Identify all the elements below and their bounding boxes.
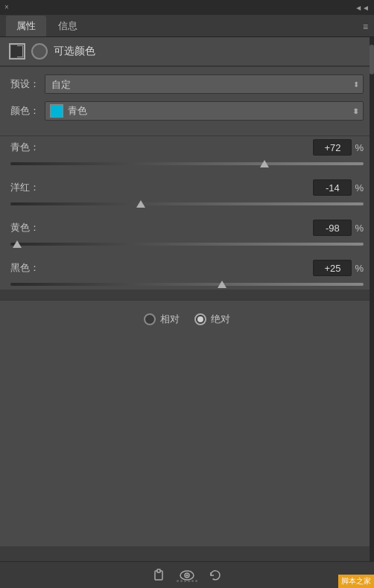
yellow-thumb[interactable]: [13, 240, 22, 248]
radio-relative-label: 相对: [160, 313, 180, 326]
radio-relative-circle[interactable]: [144, 313, 156, 325]
bottom-toolbar: [0, 561, 374, 588]
watermark: 脚本之家: [338, 575, 374, 588]
preset-select[interactable]: 自定: [45, 74, 364, 94]
mask-icon: [9, 43, 25, 60]
tab-info[interactable]: 信息: [48, 16, 88, 36]
tab-properties[interactable]: 属性: [6, 16, 46, 36]
radio-relative[interactable]: 相对: [144, 313, 180, 326]
black-thumb[interactable]: [218, 281, 226, 288]
yellow-slider[interactable]: [10, 239, 364, 249]
expand-button[interactable]: ◄◄: [355, 4, 370, 12]
cyan-slider[interactable]: [10, 159, 364, 169]
magenta-slider-row: 洋红： -14 %: [10, 179, 364, 209]
adjustment-icon: [31, 43, 48, 60]
title-bar: × ◄◄: [0, 0, 374, 15]
yellow-value[interactable]: -98: [313, 220, 352, 236]
color-label: 颜色：: [10, 104, 40, 118]
scrollbar[interactable]: [370, 37, 374, 561]
black-value[interactable]: +25: [313, 260, 352, 276]
color-select-wrapper[interactable]: 青色 ⬍: [45, 101, 364, 121]
magenta-thumb[interactable]: [136, 200, 145, 208]
tab-menu-button[interactable]: ≡: [363, 22, 368, 36]
preset-section: 预设： 自定 颜色： 青色 ⬍: [0, 67, 374, 135]
close-button[interactable]: ×: [4, 4, 12, 11]
radio-section: 相对 绝对: [0, 301, 374, 338]
drag-handle: [177, 580, 197, 582]
color-swatch: [50, 104, 63, 118]
preset-select-wrapper[interactable]: 自定: [45, 74, 364, 94]
radio-absolute-circle[interactable]: [194, 313, 206, 325]
color-value: 青色: [68, 104, 348, 118]
black-unit: %: [355, 263, 364, 274]
magenta-label: 洋红：: [10, 181, 39, 194]
cyan-value[interactable]: +72: [313, 139, 352, 156]
yellow-slider-row: 黄色： -98 %: [10, 220, 364, 249]
preset-label: 预设：: [10, 77, 40, 91]
tab-bar: 属性 信息 ≡: [0, 15, 374, 37]
black-slider[interactable]: [10, 279, 364, 290]
svg-rect-1: [157, 569, 160, 572]
black-slider-row: 黑色： +25 %: [10, 260, 364, 290]
reset-button[interactable]: [206, 566, 224, 584]
magenta-unit: %: [355, 182, 364, 194]
magenta-value[interactable]: -14: [313, 179, 352, 196]
cyan-label: 青色：: [10, 141, 39, 154]
panel-title: 可选颜色: [54, 45, 95, 58]
svg-point-4: [186, 574, 188, 576]
black-label: 黑色：: [10, 261, 39, 275]
radio-absolute[interactable]: 绝对: [194, 313, 230, 326]
panel-header: 可选颜色: [0, 37, 374, 66]
sliders-section: 青色： +72 % 洋红： -14 %: [0, 136, 374, 290]
radio-absolute-label: 绝对: [211, 313, 230, 326]
magenta-slider[interactable]: [10, 199, 364, 209]
scroll-thumb[interactable]: [370, 45, 374, 74]
yellow-unit: %: [355, 223, 364, 234]
empty-space: [0, 338, 374, 546]
cyan-unit: %: [355, 142, 364, 153]
cyan-thumb[interactable]: [260, 160, 269, 167]
cyan-slider-row: 青色： +72 %: [10, 139, 364, 169]
yellow-label: 黄色：: [10, 221, 39, 234]
clip-button[interactable]: [150, 566, 168, 584]
